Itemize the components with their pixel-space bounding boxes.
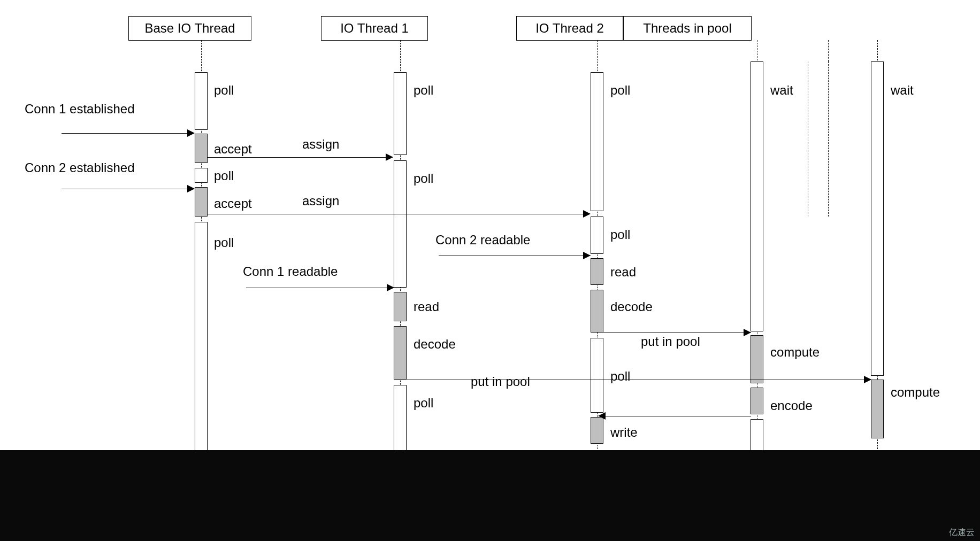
io1-poll-2-label: poll [414, 171, 433, 186]
conn1-readable-arrow [246, 288, 394, 288]
put-pool-1-arrowhead [744, 329, 751, 336]
io2-poll-3 [591, 338, 603, 413]
io2-write-label: write [610, 425, 638, 440]
io1-poll-1-label: poll [414, 83, 433, 98]
lifeline-pool-d1 [808, 61, 808, 217]
sequence-diagram: Base IO Thread IO Thread 1 IO Thread 2 T… [0, 0, 980, 541]
assign2-label: assign [302, 194, 339, 208]
participant-base-io: Base IO Thread [128, 16, 251, 41]
participant-io2: IO Thread 2 [516, 16, 623, 41]
conn2-readable-arrow [439, 256, 591, 256]
pool-c-compute [871, 380, 884, 438]
conn1-est-label: Conn 1 established [25, 102, 134, 117]
io2-write [591, 417, 603, 444]
conn2-readable-label: Conn 2 readable [435, 233, 530, 248]
participant-pool: Threads in pool [623, 16, 752, 41]
put-pool-2-arrow [407, 380, 872, 380]
base-poll-3 [195, 222, 208, 452]
pool-c-wait [871, 61, 884, 376]
base-poll-1-label: poll [214, 83, 234, 98]
put-pool-1-arrow [603, 333, 751, 333]
conn1-readable-label: Conn 1 readable [243, 264, 338, 279]
assign2-arrowhead [583, 210, 591, 218]
base-accept-2-label: accept [214, 196, 252, 211]
footer-band [0, 450, 980, 541]
pool-c-wait-label: wait [891, 83, 914, 98]
base-poll-2-label: poll [214, 168, 234, 183]
conn2-est-arrowhead [187, 185, 195, 192]
io1-decode [394, 326, 407, 380]
base-accept-2 [195, 187, 208, 217]
io1-poll-1 [394, 72, 407, 155]
pool-a-compute [751, 335, 763, 383]
io2-poll-3-label: poll [610, 369, 630, 384]
pool-a-wait-label: wait [770, 83, 793, 98]
conn1-est-arrow [62, 133, 194, 134]
pool-a-wait [751, 61, 763, 331]
base-accept-1 [195, 134, 208, 163]
lifeline-pool-d2 [828, 61, 829, 217]
assign1-label: assign [302, 137, 339, 152]
io2-decode [591, 290, 603, 333]
participant-io1: IO Thread 1 [321, 16, 428, 41]
base-poll-3-label: poll [214, 235, 234, 250]
assign1-arrowhead [386, 153, 393, 161]
return-arrowhead [598, 412, 606, 420]
base-poll-1 [195, 72, 208, 130]
io2-poll-1-label: poll [610, 83, 630, 98]
conn2-readable-arrowhead [583, 252, 591, 259]
io2-poll-1 [591, 72, 603, 211]
base-accept-1-label: accept [214, 142, 252, 157]
return-arrow [603, 416, 751, 416]
put-pool-1-label: put in pool [641, 334, 700, 349]
io1-poll-3 [394, 385, 407, 452]
pool-a-encode [751, 388, 763, 414]
io2-poll-2-label: poll [610, 227, 630, 242]
pool-a-encode-label: encode [770, 398, 813, 413]
conn1-est-arrowhead [187, 129, 195, 137]
io2-read-label: read [610, 265, 636, 280]
conn2-est-arrow [62, 189, 194, 189]
put-pool-2-arrowhead [864, 376, 871, 383]
conn2-est-label: Conn 2 established [25, 160, 134, 175]
assign1-arrow [208, 157, 393, 158]
put-pool-2-label: put in pool [471, 374, 530, 389]
io1-poll-2 [394, 160, 407, 288]
assign2-arrow [208, 214, 590, 214]
io1-decode-label: decode [414, 337, 456, 352]
base-poll-2 [195, 168, 208, 183]
io2-read [591, 258, 603, 285]
io2-poll-2 [591, 217, 603, 254]
pool-a-compute-label: compute [770, 345, 820, 360]
watermark: 亿速云 [949, 527, 975, 538]
io2-decode-label: decode [610, 299, 653, 314]
conn1-readable-arrowhead [387, 284, 394, 291]
pool-c-compute-label: compute [891, 385, 940, 400]
io1-read-label: read [414, 299, 439, 314]
pool-a-wait-2 [751, 419, 763, 451]
io1-poll-3-label: poll [414, 396, 433, 411]
lifeline-pool-b2 [828, 40, 829, 61]
io1-read [394, 292, 407, 321]
